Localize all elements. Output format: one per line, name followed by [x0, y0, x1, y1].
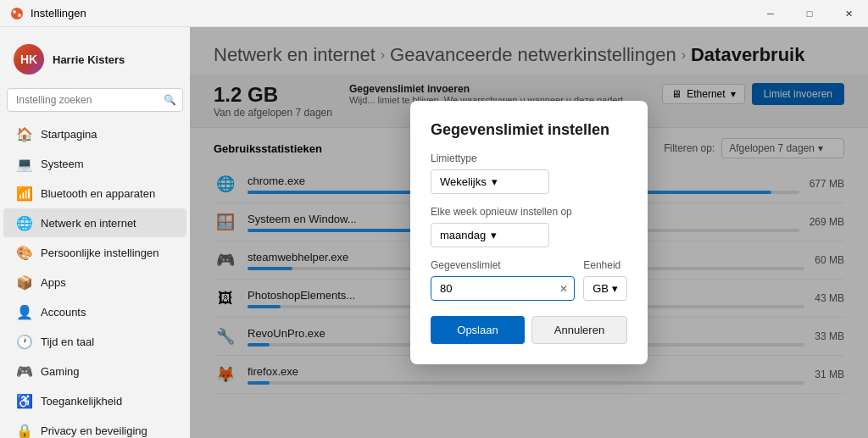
- week-label: Elke week opnieuw instellen op: [431, 206, 627, 218]
- clear-icon[interactable]: ✕: [559, 283, 568, 295]
- nav-icon-accounts: 👤: [17, 304, 32, 319]
- nav-label-bluetooth: Bluetooth en apparaten: [41, 187, 155, 200]
- app-icon: [10, 7, 24, 20]
- nav-icon-netwerk: 🌐: [17, 215, 32, 230]
- nav-icon-startpagina: 🏠: [17, 126, 32, 141]
- gegevenslimiet-input[interactable]: [431, 276, 575, 301]
- nav-icon-privacy: 🔒: [17, 423, 32, 438]
- svg-point-2: [18, 14, 21, 17]
- eenheid-label: Eenheid: [583, 259, 627, 271]
- sidebar-item-systeem[interactable]: 💻 Systeem: [3, 149, 186, 178]
- nav-label-gaming: Gaming: [41, 365, 80, 378]
- nav-label-persoonlijk: Persoonlijke instellingen: [41, 247, 159, 259]
- limit-input-row: Gegevenslimiet ✕ Eenheid GB ▾: [431, 259, 627, 301]
- nav-label-tijd: Tijd en taal: [41, 335, 94, 348]
- dialog-actions: Opslaan Annuleren: [431, 316, 627, 344]
- user-name: Harrie Kisters: [53, 53, 125, 66]
- nav-icon-apps: 📦: [17, 274, 32, 290]
- svg-point-1: [13, 10, 16, 14]
- week-select[interactable]: maandag ▾: [431, 223, 549, 247]
- nav-list: 🏠 Startpagina 💻 Systeem 📶 Bluetooth en a…: [0, 119, 190, 438]
- cancel-button[interactable]: Annuleren: [531, 316, 627, 344]
- nav-label-accounts: Accounts: [41, 306, 86, 319]
- svg-point-0: [11, 8, 23, 19]
- sidebar-item-privacy[interactable]: 🔒 Privacy en beveiliging: [3, 416, 186, 438]
- nav-icon-bluetooth: 📶: [17, 186, 32, 201]
- nav-label-systeem: Systeem: [41, 158, 84, 170]
- week-value: maandag: [440, 229, 486, 241]
- week-chevron: ▾: [491, 229, 497, 241]
- nav-label-privacy: Privacy en beveiliging: [41, 424, 147, 437]
- main-content: Netwerk en internet › Geavanceerde netwe…: [190, 27, 868, 438]
- user-profile: HK Harrie Kisters: [0, 34, 190, 88]
- limiettype-value: Wekelijks: [440, 175, 487, 188]
- gegevenslimiet-wrap: ✕: [431, 276, 575, 301]
- sidebar-item-apps[interactable]: 📦 Apps: [3, 268, 186, 297]
- sidebar-item-tijd[interactable]: 🕐 Tijd en taal: [3, 327, 186, 356]
- nav-label-toegankelijkheid: Toegankelijkheid: [41, 395, 122, 408]
- titlebar: Instellingen ─ □ ✕: [0, 0, 868, 27]
- nav-icon-persoonlijk: 🎨: [17, 245, 32, 260]
- save-button[interactable]: Opslaan: [431, 316, 525, 344]
- dialog-overlay: Gegevenslimiet instellen Limiettype Weke…: [190, 27, 868, 438]
- titlebar-title: Instellingen: [31, 7, 86, 19]
- sidebar-item-persoonlijk[interactable]: 🎨 Persoonlijke instellingen: [3, 238, 186, 267]
- eenheid-select[interactable]: GB ▾: [583, 276, 627, 301]
- app-container: HK Harrie Kisters 🔍 🏠 Startpagina 💻 Syst…: [0, 27, 868, 438]
- nav-icon-systeem: 💻: [17, 156, 32, 171]
- limiettype-chevron: ▾: [492, 175, 498, 188]
- close-button[interactable]: ✕: [829, 0, 868, 27]
- limiettype-select[interactable]: Wekelijks ▾: [431, 169, 549, 194]
- gegevenslimiet-label: Gegevenslimiet: [431, 259, 575, 271]
- nav-label-startpagina: Startpagina: [41, 128, 97, 141]
- nav-icon-tijd: 🕐: [17, 334, 32, 349]
- nav-label-apps: Apps: [41, 276, 66, 289]
- maximize-button[interactable]: □: [790, 0, 829, 27]
- nav-icon-gaming: 🎮: [17, 363, 32, 379]
- avatar: HK: [14, 44, 44, 75]
- nav-label-netwerk: Netwerk en internet: [41, 217, 136, 230]
- sidebar-item-bluetooth[interactable]: 📶 Bluetooth en apparaten: [3, 179, 186, 208]
- sidebar-item-gaming[interactable]: 🎮 Gaming: [3, 357, 186, 385]
- eenheid-value: GB: [593, 282, 609, 295]
- gegevenslimiet-col: Gegevenslimiet ✕: [431, 259, 575, 301]
- nav-icon-toegankelijkheid: ♿: [17, 393, 32, 408]
- sidebar-item-startpagina[interactable]: 🏠 Startpagina: [3, 119, 186, 148]
- window-controls: ─ □ ✕: [751, 0, 868, 27]
- sidebar-item-netwerk[interactable]: 🌐 Netwerk en internet: [3, 208, 186, 237]
- search-icon: 🔍: [164, 94, 176, 106]
- minimize-button[interactable]: ─: [751, 0, 790, 27]
- dialog: Gegevenslimiet instellen Limiettype Weke…: [410, 101, 648, 364]
- eenheid-chevron: ▾: [612, 282, 618, 295]
- search-bar: 🔍: [7, 88, 183, 112]
- search-input[interactable]: [7, 88, 183, 112]
- sidebar: HK Harrie Kisters 🔍 🏠 Startpagina 💻 Syst…: [0, 27, 190, 438]
- dialog-title: Gegevenslimiet instellen: [431, 121, 627, 139]
- sidebar-item-accounts[interactable]: 👤 Accounts: [3, 297, 186, 326]
- sidebar-item-toegankelijkheid[interactable]: ♿ Toegankelijkheid: [3, 386, 186, 415]
- eenheid-col: Eenheid GB ▾: [583, 259, 627, 301]
- limiettype-label: Limiettype: [431, 152, 627, 164]
